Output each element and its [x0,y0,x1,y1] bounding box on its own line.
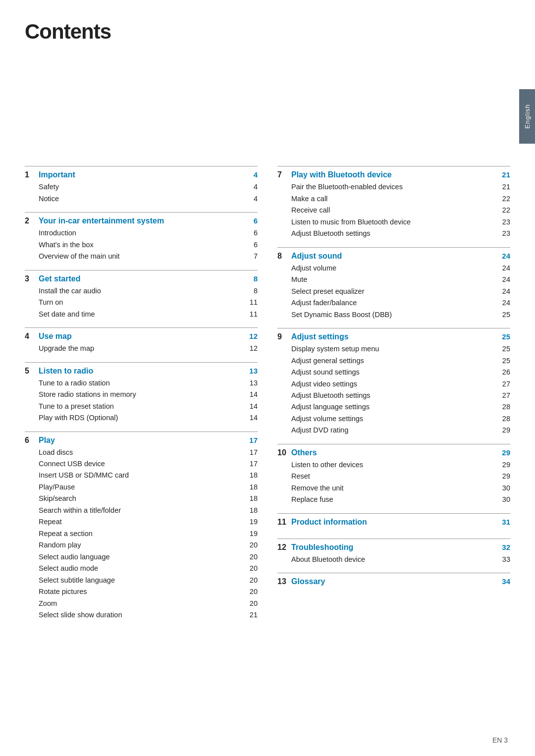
sub-item-text: Reset [291,471,496,482]
sub-item-text: Select slide show duration [39,609,244,620]
sub-item-text: Tune to a radio station [39,378,244,388]
sub-item-text: Select subtitle language [39,575,244,586]
sub-item-text: Safety [39,181,244,192]
section-divider [277,539,510,539]
sub-item-page: 28 [496,413,510,424]
sub-item-page: 21 [496,181,510,192]
sub-item-text: Turn on [39,297,244,308]
list-item: Turn on11 [39,297,258,308]
list-item: Play with RDS (Optional)14 [39,412,258,423]
section-divider [25,166,258,166]
sub-item-page: 6 [244,227,258,238]
toc-section-10: 10Others29Listen to other devices29Reset… [277,439,510,508]
section-title-group: 7Play with Bluetooth device [277,170,392,179]
sub-item-page: 25 [496,343,510,354]
list-item: Adjust sound settings26 [291,367,510,378]
sub-item-text: Make a call [291,193,496,204]
sub-item-page: 17 [244,447,258,458]
list-item: Select subtitle language20 [39,575,258,586]
sub-item-text: Adjust language settings [291,401,496,412]
sub-items-list: Adjust volume24Mute24Select preset equal… [291,263,510,320]
section-divider [25,362,258,363]
list-item: Display system setup menu25 [291,343,510,354]
section-title-group: 9Adjust settings [277,332,349,341]
section-page-number: 21 [502,170,510,179]
left-column: 1Important4Safety4Notice42Your in-car en… [25,161,258,726]
sub-item-page: 26 [496,367,510,378]
sub-item-text: Display system setup menu [291,343,496,354]
list-item: Adjust volume24 [291,263,510,273]
sub-item-text: Adjust fader/balance [291,297,496,308]
sub-item-page: 24 [496,297,510,308]
sub-item-page: 20 [244,540,258,550]
sub-item-text: Receive call [291,205,496,216]
list-item: Overview of the main unit7 [39,251,258,262]
sub-item-page: 28 [496,401,510,412]
section-title-group: 12Troubleshooting [277,543,353,552]
sub-item-page: 14 [244,412,258,423]
list-item: Insert USB or SD/MMC card18 [39,470,258,481]
section-title-group: 1Important [25,170,75,179]
sub-item-text: Zoom [39,598,244,609]
list-item: Reset29 [291,471,510,482]
sub-item-text: Rotate pictures [39,586,244,597]
section-number: 1 [25,170,34,179]
language-tab: English [519,89,535,144]
sub-item-page: 8 [244,285,258,296]
sub-item-page: 27 [496,390,510,401]
sub-item-text: Install the car audio [39,285,244,296]
list-item: Skip/search18 [39,493,258,504]
section-name: Get started [39,274,80,283]
sub-item-page: 22 [496,193,510,204]
sub-item-text: Play with RDS (Optional) [39,412,244,423]
section-divider [25,212,258,213]
section-page-number: 31 [502,518,510,526]
list-item: Rotate pictures20 [39,586,258,597]
sub-item-page: 25 [496,355,510,366]
section-header-2: 2Your in-car entertainment system6 [25,216,258,225]
list-item: Repeat a section19 [39,528,258,539]
sub-item-text: Skip/search [39,493,244,504]
sub-item-text: Remove the unit [291,483,496,493]
section-page-number: 8 [254,274,258,283]
section-number: 9 [277,332,286,341]
section-divider [25,327,258,328]
sub-item-text: About Bluetooth device [291,554,496,565]
section-title-group: 10Others [277,448,317,457]
sub-item-text: Introduction [39,227,244,238]
sub-item-text: Replace fuse [291,494,496,505]
sub-items-list: Pair the Bluetooth-enabled devices21Make… [291,181,510,239]
toc-section-11: 11Product information31 [277,508,510,529]
toc-section-1: 1Important4Safety4Notice4 [25,161,258,207]
section-name: Product information [291,518,367,527]
section-page-number: 32 [502,543,510,551]
sub-item-text: Adjust volume settings [291,413,496,424]
sub-item-text: Mute [291,274,496,285]
language-label: English [524,104,531,129]
list-item: Repeat19 [39,516,258,527]
sub-item-page: 19 [244,516,258,527]
sub-item-text: Listen to other devices [291,459,496,470]
sub-item-page: 20 [244,551,258,562]
sub-item-page: 27 [496,378,510,389]
toc-section-2: 2Your in-car entertainment system6Introd… [25,207,258,265]
list-item: Adjust fader/balance24 [291,297,510,308]
section-header-7: 7Play with Bluetooth device21 [277,170,510,179]
sub-item-text: Listen to music from Bluetooth device [291,216,496,227]
sub-item-page: 23 [496,228,510,239]
list-item: Listen to music from Bluetooth device23 [291,216,510,227]
section-divider [25,270,258,270]
sub-item-text: Adjust volume [291,263,496,273]
sub-item-page: 18 [244,470,258,481]
sub-item-page: 20 [244,575,258,586]
list-item: Adjust volume settings28 [291,413,510,424]
sub-item-text: Set date and time [39,309,244,320]
toc-section-3: 3Get started8Install the car audio8Turn … [25,265,258,323]
section-name: Your in-car entertainment system [39,216,164,225]
list-item: Replace fuse30 [291,494,510,505]
sub-items-list: Upgrade the map12 [39,343,258,354]
section-page-number: 24 [502,252,510,260]
sub-item-text: Play/Pause [39,482,244,492]
list-item: Select slide show duration21 [39,609,258,620]
sub-items-list: About Bluetooth device33 [291,554,510,565]
